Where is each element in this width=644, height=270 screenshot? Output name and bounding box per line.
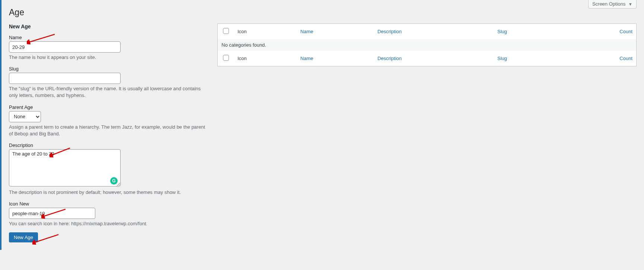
- slug-help: The "slug" is the URL-friendly version o…: [9, 85, 206, 99]
- field-icon: Icon New You can search icon in here: ht…: [9, 201, 206, 227]
- icon-input[interactable]: [9, 208, 95, 219]
- name-input[interactable]: [9, 41, 121, 53]
- col-description-foot[interactable]: Description: [377, 56, 402, 61]
- col-description-sort[interactable]: Description: [377, 29, 402, 34]
- field-slug: Slug The "slug" is the URL-friendly vers…: [9, 66, 206, 99]
- slug-input[interactable]: [9, 73, 121, 84]
- name-help: The name is how it appears on your site.: [9, 54, 206, 61]
- field-parent: Parent Age None Assign a parent term to …: [9, 104, 206, 137]
- col-count-sort[interactable]: Count: [619, 29, 632, 34]
- col-slug-sort[interactable]: Slug: [497, 29, 507, 34]
- table-empty-msg: No categories found.: [218, 39, 637, 51]
- grammarly-icon[interactable]: G: [110, 177, 118, 185]
- parent-help: Assign a parent term to create a hierarc…: [9, 124, 206, 137]
- screen-options-label: Screen Options: [592, 1, 626, 7]
- form-heading: New Age: [9, 23, 206, 29]
- select-all-top[interactable]: [223, 28, 229, 34]
- table-header-row: Icon Name Description Slug Count: [218, 24, 637, 40]
- screen-options-toggle[interactable]: Screen Options ▼: [588, 0, 637, 9]
- page-title: Age: [9, 4, 637, 18]
- field-description: Description G The description is not pro…: [9, 142, 206, 196]
- field-name: Name The name is how it appears on your …: [9, 35, 206, 61]
- table-empty-row: No categories found.: [218, 39, 637, 51]
- col-slug-foot[interactable]: Slug: [497, 56, 507, 61]
- select-all-bottom[interactable]: [223, 55, 229, 61]
- col-icon: Icon: [234, 24, 297, 40]
- table-footer-row: Icon Name Description Slug Count: [218, 51, 637, 66]
- col-icon-foot: Icon: [234, 51, 297, 66]
- icon-label: Icon New: [9, 201, 206, 207]
- description-help: The description is not prominent by defa…: [9, 189, 206, 196]
- terms-table: Icon Name Description Slug Count No cate…: [217, 23, 637, 66]
- col-name-foot[interactable]: Name: [300, 56, 313, 61]
- description-textarea[interactable]: [9, 149, 121, 186]
- col-name-sort[interactable]: Name: [300, 29, 313, 34]
- slug-label: Slug: [9, 66, 206, 72]
- admin-left-accent: [0, 0, 1, 250]
- parent-select[interactable]: None: [9, 111, 41, 122]
- parent-label: Parent Age: [9, 104, 206, 110]
- icon-help: You can search icon in here: https://mix…: [9, 220, 206, 227]
- name-label: Name: [9, 35, 206, 40]
- col-count-foot[interactable]: Count: [619, 56, 632, 61]
- submit-button[interactable]: New Age: [9, 232, 38, 242]
- description-label: Description: [9, 142, 206, 148]
- chevron-down-icon: ▼: [628, 2, 632, 6]
